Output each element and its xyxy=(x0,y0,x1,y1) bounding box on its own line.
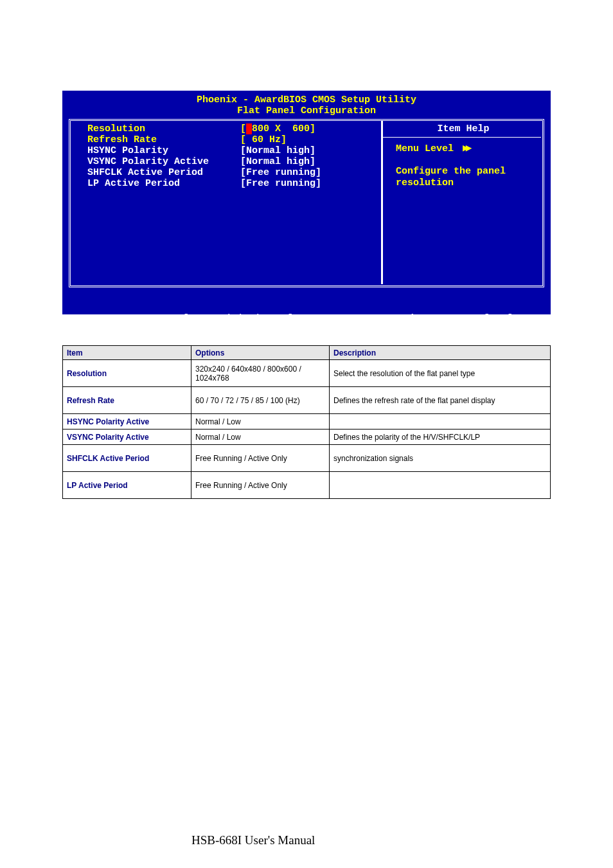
vertical-divider xyxy=(381,121,383,284)
value: [Free running] xyxy=(240,167,321,178)
th-description: Description xyxy=(330,346,551,360)
bios-title: Phoenix - AwardBIOS CMOS Setup Utility F… xyxy=(62,91,551,119)
spec-table: Item Options Description Resolution 320x… xyxy=(62,345,551,499)
table-row: Refresh Rate 60 / 70 / 72 / 75 / 85 / 10… xyxy=(63,387,551,414)
title-line2: Flat Panel Configuration xyxy=(62,105,551,116)
title-line1: Phoenix - AwardBIOS CMOS Setup Utility xyxy=(62,95,551,105)
th-item: Item xyxy=(63,346,191,360)
help-panel: Item Help Menu Level ▶▶ Configure the pa… xyxy=(386,122,537,284)
table-row: LP Active Period Free Running / Active O… xyxy=(63,472,551,499)
menu-level: Menu Level ▶▶ xyxy=(396,140,531,154)
footer-line1: ↑↓→←:Move Enter:Select +/-/PU/PD:Value F… xyxy=(74,313,551,325)
setting-vsync-polarity[interactable]: VSYNC Polarity Active [Normal high] xyxy=(87,156,378,167)
bios-body: Resolution [ 800 X 600] Refresh Rate [ 6… xyxy=(69,119,544,287)
value: [Normal high] xyxy=(240,145,315,156)
table-row: SHFCLK Active Period Free Running / Acti… xyxy=(63,445,551,472)
label: HSYNC Polarity xyxy=(87,145,240,156)
label: VSYNC Polarity Active xyxy=(87,156,240,167)
help-description: Configure the panel resolution xyxy=(396,154,531,189)
setting-resolution[interactable]: Resolution [ 800 X 600] xyxy=(87,123,378,134)
value: [Normal high] xyxy=(240,156,315,167)
label: Refresh Rate xyxy=(87,134,240,145)
setting-hsync-polarity[interactable]: HSYNC Polarity [Normal high] xyxy=(87,145,378,156)
value: [ 800 X 600] xyxy=(240,123,315,134)
footnote: HSB-668I User's Manual xyxy=(191,833,315,847)
help-title: Item Help xyxy=(396,123,531,140)
th-options: Options xyxy=(191,346,330,360)
table-row: Resolution 320x240 / 640x480 / 800x600 /… xyxy=(63,360,551,387)
table-row: VSYNC Polarity Active Normal / Low Defin… xyxy=(63,429,551,445)
label: SHFCLK Active Period xyxy=(87,167,240,178)
setting-refresh-rate[interactable]: Refresh Rate [ 60 Hz] xyxy=(87,134,378,145)
settings-panel: Resolution [ 800 X 600] Refresh Rate [ 6… xyxy=(71,122,378,284)
cursor xyxy=(246,123,252,134)
setting-lp-period[interactable]: LP Active Period [Free running] xyxy=(87,178,378,189)
table-row: HSYNC Polarity Active Normal / Low xyxy=(63,414,551,429)
label: LP Active Period xyxy=(87,178,240,189)
label: Resolution xyxy=(87,123,240,134)
menu-level-arrows-icon: ▶▶ xyxy=(463,143,468,154)
value: [Free running] xyxy=(240,178,321,189)
bios-window: Phoenix - AwardBIOS CMOS Setup Utility F… xyxy=(62,91,551,314)
value: [ 60 Hz] xyxy=(240,134,287,145)
setting-shfclk-period[interactable]: SHFCLK Active Period [Free running] xyxy=(87,167,378,178)
table-header-row: Item Options Description xyxy=(63,346,551,360)
